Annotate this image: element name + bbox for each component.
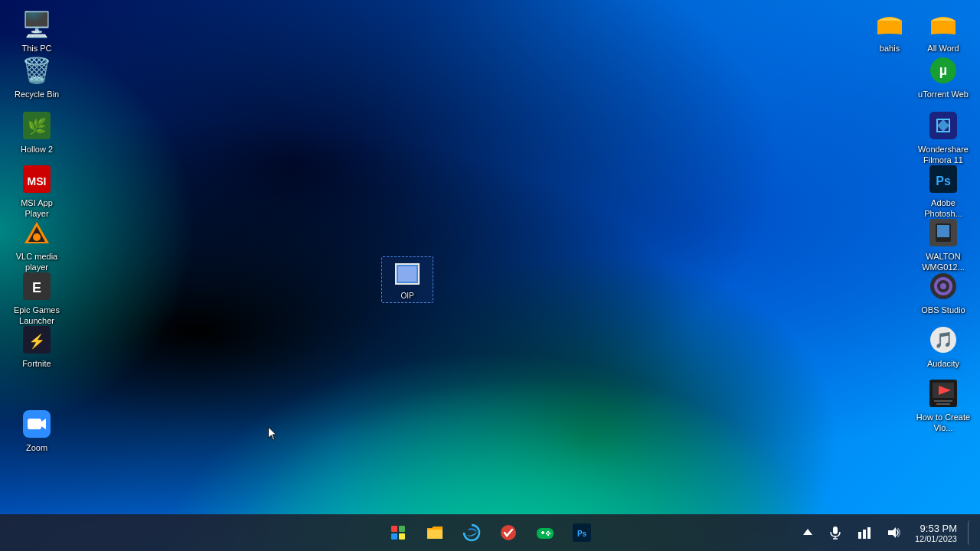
taskbar: Ps	[0, 514, 980, 551]
bahis-icon	[874, 9, 905, 40]
system-clock[interactable]: 9:53 PM 12/01/2023	[910, 521, 962, 545]
bahis-label: bahis	[880, 43, 900, 54]
svg-text:E: E	[32, 280, 41, 295]
svg-rect-50	[858, 532, 861, 539]
volume-button[interactable]	[881, 520, 906, 545]
svg-marker-53	[888, 527, 896, 538]
desktop-icon-zoom[interactable]: Zoom	[6, 406, 67, 456]
howto-icon	[928, 378, 959, 409]
howto-label: How to Create Vlo...	[916, 412, 971, 434]
svg-rect-51	[863, 530, 866, 539]
svg-rect-47	[833, 527, 838, 534]
svg-text:µ: µ	[939, 63, 947, 78]
file-explorer-button[interactable]	[418, 516, 452, 549]
svg-text:🌿: 🌿	[28, 117, 47, 135]
desktop-icon-all-word[interactable]: All Word	[913, 6, 974, 57]
svg-text:Ps: Ps	[577, 530, 587, 538]
desktop-icon-walton[interactable]: WALTON WMG012...	[913, 214, 974, 276]
desktop-icon-oip[interactable]: OIP	[381, 256, 433, 303]
desktop-icon-epic-games[interactable]: E Epic Games Launcher	[6, 268, 67, 330]
desktop-icon-utorrent[interactable]: µ uTorrent Web	[913, 52, 974, 103]
svg-text:Ps: Ps	[936, 174, 951, 187]
tray-overflow-button[interactable]	[797, 522, 818, 543]
clock-date: 12/01/2023	[915, 534, 957, 543]
edge-button[interactable]	[455, 516, 488, 549]
audacity-icon: 🎵	[928, 324, 959, 355]
windows-logo-icon	[391, 526, 405, 540]
desktop-icon-obs[interactable]: OBS Studio	[913, 268, 974, 318]
desktop-icon-recycle-bin[interactable]: 🗑️ Recycle Bin	[6, 52, 67, 103]
network-icon	[858, 526, 871, 540]
todoist-button[interactable]	[492, 516, 525, 549]
file-explorer-icon	[426, 523, 444, 542]
audacity-label: Audacity	[927, 358, 959, 369]
svg-point-41	[549, 533, 550, 534]
start-button[interactable]	[381, 516, 415, 549]
recycle-bin-icon: 🗑️	[21, 55, 52, 86]
zoom-label: Zoom	[26, 442, 47, 453]
this-pc-icon: 🖥️	[21, 9, 52, 40]
fortnite-label: Fortnite	[22, 358, 51, 369]
utorrent-icon: µ	[928, 55, 959, 86]
svg-point-6	[33, 233, 41, 241]
svg-rect-52	[867, 527, 871, 539]
todoist-icon	[499, 523, 518, 542]
microphone-icon	[828, 526, 842, 540]
obs-label: OBS Studio	[921, 305, 965, 315]
svg-rect-37	[537, 528, 554, 539]
hollow2-icon: 🌿	[21, 110, 52, 141]
svg-rect-30	[934, 400, 952, 402]
vlc-icon	[21, 217, 52, 248]
svg-text:MSI: MSI	[28, 175, 47, 187]
svg-rect-31	[936, 403, 950, 405]
hollow2-label: Hollow 2	[21, 144, 53, 155]
photoshop-taskbar-button[interactable]: Ps	[565, 516, 599, 549]
obs-icon	[928, 271, 959, 302]
photoshop-taskbar-icon: Ps	[573, 523, 591, 542]
all-word-icon	[928, 9, 959, 40]
svg-point-24	[940, 283, 946, 289]
desktop-icon-bahis[interactable]: bahis	[859, 6, 920, 57]
utorrent-label: uTorrent Web	[918, 89, 969, 99]
chevron-up-icon	[802, 527, 814, 539]
svg-rect-12	[28, 419, 41, 429]
epic-games-icon: E	[21, 271, 52, 302]
desktop-icon-audacity[interactable]: 🎵 Audacity	[913, 321, 974, 372]
desktop: 🖥️ This PC 🗑️ Recycle Bin 🌿 Hollow 2 MSI…	[0, 0, 980, 551]
desktop-icon-howto[interactable]: How to Create Vlo...	[913, 375, 974, 437]
svg-marker-46	[803, 529, 812, 535]
svg-rect-34	[398, 266, 416, 282]
svg-point-42	[546, 533, 547, 534]
gamebar-button[interactable]	[528, 516, 562, 549]
desktop-icon-hollow2[interactable]: 🌿 Hollow 2	[6, 107, 67, 158]
clock-time: 9:53 PM	[915, 523, 957, 534]
svg-text:⚡: ⚡	[28, 333, 46, 350]
svg-text:🎵: 🎵	[934, 331, 953, 349]
desktop-icon-this-pc[interactable]: 🖥️ This PC	[6, 6, 67, 57]
oip-label: OIP	[400, 291, 413, 301]
system-tray: 9:53 PM 12/01/2023	[797, 520, 974, 545]
svg-rect-39	[542, 531, 544, 534]
svg-point-43	[547, 534, 549, 536]
desktop-icon-msi[interactable]: MSI MSI App Player	[6, 161, 67, 223]
filmora-icon	[928, 110, 959, 141]
svg-point-40	[547, 531, 549, 533]
oip-icon	[392, 259, 423, 289]
zoom-icon	[21, 409, 52, 439]
desktop-icon-filmora[interactable]: Wondershare Filmora 11	[913, 107, 974, 169]
gamebar-icon	[536, 523, 554, 542]
volume-icon	[887, 526, 900, 540]
desktop-icon-photoshop[interactable]: Ps Adobe Photosh...	[913, 161, 974, 223]
taskbar-center: Ps	[381, 516, 599, 549]
walton-icon	[928, 217, 959, 248]
desktop-icon-vlc[interactable]: VLC media player	[6, 214, 67, 276]
microphone-button[interactable]	[823, 520, 848, 545]
show-desktop-button[interactable]	[968, 520, 974, 545]
edge-icon	[462, 523, 481, 542]
desktop-icon-fortnite[interactable]: ⚡ Fortnite	[6, 321, 67, 372]
svg-rect-21	[937, 225, 949, 237]
recycle-bin-label: Recycle Bin	[15, 89, 59, 99]
msi-icon: MSI	[21, 164, 52, 194]
network-button[interactable]	[852, 520, 877, 545]
fortnite-icon: ⚡	[21, 324, 52, 355]
